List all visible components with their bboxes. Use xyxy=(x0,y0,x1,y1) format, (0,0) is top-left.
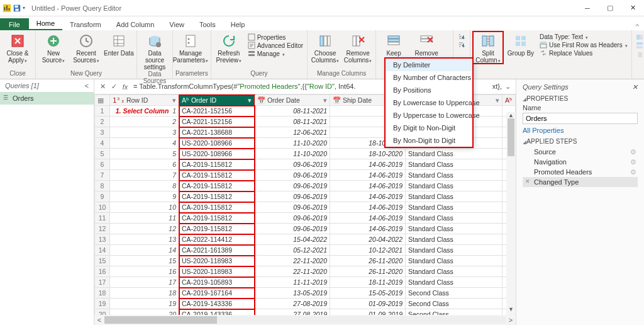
file-menu[interactable]: File xyxy=(0,18,29,30)
header-extra2[interactable]: Aᵇ xyxy=(502,95,515,106)
header-rowid[interactable]: 1²₃ Row ID▾ xyxy=(110,95,179,106)
menu-by-positions[interactable]: By Positions xyxy=(386,84,472,96)
menu-nondigit-digit[interactable]: By Non-Digit to Digit xyxy=(386,134,472,147)
query-orders[interactable]: Orders xyxy=(0,92,94,105)
svg-point-12 xyxy=(156,42,161,47)
menu-by-chars[interactable]: By Number of Characters xyxy=(386,71,472,84)
svg-rect-26 xyxy=(388,39,399,42)
svg-rect-23 xyxy=(353,36,356,46)
sort-asc-button[interactable] xyxy=(456,33,466,41)
fx-accept[interactable]: ✓ xyxy=(108,83,119,91)
append-queries-button[interactable]: Append Queries xyxy=(635,42,644,49)
table-row[interactable]: 16 16 US-2020-118983 22-11-2020 26-11-20… xyxy=(95,266,516,277)
header-orderid[interactable]: Aᵇ Order ID▾ xyxy=(179,95,255,106)
settings-title: Query Settings xyxy=(523,83,569,91)
data-type-button[interactable]: Data Type: Text xyxy=(538,33,629,40)
qat-dropdown[interactable]: ▾ xyxy=(23,5,25,11)
properties-button[interactable]: Properties xyxy=(247,33,304,41)
tab-tools[interactable]: Tools xyxy=(192,18,223,30)
ribbon-collapse[interactable]: ^ xyxy=(631,23,644,30)
table-row[interactable]: 8 8 CA-2019-115812 09-06-2019 14-06-2019… xyxy=(95,181,516,191)
split-column-menu[interactable]: By Delimiter By Number of Characters By … xyxy=(385,58,473,147)
table-row[interactable]: 5 5 US-2020-108966 11-10-2020 18-10-2020… xyxy=(95,149,516,159)
manage-button[interactable]: Manage xyxy=(247,50,304,57)
svg-rect-21 xyxy=(324,36,327,46)
tab-transform[interactable]: Transform xyxy=(62,18,109,30)
query-name-input[interactable] xyxy=(523,113,638,124)
svg-rect-33 xyxy=(521,36,526,40)
scroll-right[interactable]: > xyxy=(506,316,516,324)
table-row[interactable]: 12 12 CA-2019-115812 09-06-2019 14-06-20… xyxy=(95,224,516,234)
table-row[interactable]: 9 9 CA-2019-115812 09-06-2019 14-06-2019… xyxy=(95,191,516,202)
merge-queries-button[interactable]: Merge Queries xyxy=(635,33,644,41)
close-window-button[interactable]: ✕ xyxy=(621,0,644,16)
sort-desc-button[interactable] xyxy=(456,42,466,49)
ribbon: Close & Apply Close New Source Recent So… xyxy=(0,30,644,79)
table-row[interactable]: 14 14 CA-2021-161389 05-12-2021 10-12-20… xyxy=(95,245,516,256)
all-properties-link[interactable]: All Properties xyxy=(523,127,564,134)
save-icon[interactable] xyxy=(13,4,21,13)
scroll-left[interactable]: < xyxy=(94,316,104,324)
replace-values-button[interactable]: Replace Values xyxy=(538,49,629,57)
svg-point-14 xyxy=(188,38,190,40)
tab-home[interactable]: Home xyxy=(29,17,62,30)
svg-rect-18 xyxy=(248,51,255,53)
remove-columns-button[interactable]: Remove Columns xyxy=(343,31,373,64)
table-row[interactable]: 19 19 CA-2019-143336 27-08-2019 01-09-20… xyxy=(95,299,516,309)
tab-view[interactable]: View xyxy=(162,18,192,30)
data-source-settings-button[interactable]: Data source settings xyxy=(140,31,170,71)
scroll-down[interactable]: ▼ xyxy=(506,306,516,315)
horizontal-scrollbar[interactable]: < > xyxy=(94,315,516,325)
new-source-button[interactable]: New Source xyxy=(38,31,69,64)
choose-columns-button[interactable]: Choose Columns xyxy=(310,31,340,64)
table-row[interactable]: 20 20 CA-2019-143336 27-08-2019 01-09-20… xyxy=(95,309,516,316)
menu-digit-nondigit[interactable]: By Digit to Non-Digit xyxy=(386,122,472,134)
step-navigation[interactable]: Navigation⚙ xyxy=(523,157,638,167)
manage-parameters-button[interactable]: Manage Parameters xyxy=(175,31,206,64)
step-promoted-headers[interactable]: Promoted Headers⚙ xyxy=(523,167,638,177)
svg-rect-34 xyxy=(516,42,520,46)
table-row[interactable]: 15 15 US-2020-118983 22-11-2020 26-11-20… xyxy=(95,256,516,266)
header-rownum[interactable]: ▦ xyxy=(95,95,110,106)
svg-rect-27 xyxy=(388,42,399,45)
queries-panel: Queries [1]< Orders xyxy=(0,79,94,325)
svg-rect-1 xyxy=(4,7,6,10)
svg-rect-6 xyxy=(15,8,18,11)
maximize-button[interactable]: ▢ xyxy=(599,0,621,16)
table-row[interactable]: 10 10 CA-2019-115812 09-06-2019 14-06-20… xyxy=(95,202,516,213)
split-column-button[interactable]: Split Column xyxy=(473,31,503,64)
first-row-headers-button[interactable]: Use First Row as Headers xyxy=(538,41,629,48)
fx-cancel[interactable]: ✕ xyxy=(97,83,108,91)
tab-help[interactable]: Help xyxy=(223,18,253,30)
queries-collapse[interactable]: < xyxy=(85,82,89,89)
step-source[interactable]: Source⚙ xyxy=(523,147,638,157)
vertical-scrollbar[interactable]: ▲ ▼ xyxy=(506,112,516,315)
header-orderdate[interactable]: 📅 Order Date▾ xyxy=(255,95,330,106)
table-row[interactable]: 7 7 CA-2019-115812 09-06-2019 14-06-2019… xyxy=(95,170,516,181)
table-row[interactable]: 11 11 CA-2019-115812 09-06-2019 14-06-20… xyxy=(95,213,516,224)
advanced-editor-button[interactable]: Advanced Editor xyxy=(247,42,304,49)
step-changed-type[interactable]: Changed Type xyxy=(523,177,638,187)
menu-low-to-up[interactable]: By Lowercase to Uppercase xyxy=(386,96,472,109)
menu-by-delimiter[interactable]: By Delimiter xyxy=(386,59,472,71)
svg-rect-3 xyxy=(9,8,10,11)
fx-expand[interactable]: ⌄ xyxy=(502,83,513,91)
settings-close[interactable]: ✕ xyxy=(632,83,638,91)
svg-rect-13 xyxy=(186,35,195,47)
combine-files-button[interactable]: Combine Files xyxy=(635,50,644,57)
table-row[interactable]: 6 6 CA-2019-115812 09-06-2019 14-06-2019… xyxy=(95,159,516,170)
minimize-button[interactable]: ─ xyxy=(576,0,599,16)
table-row[interactable]: 13 13 CA-2022-114412 15-04-2022 20-04-20… xyxy=(95,234,516,245)
refresh-preview-button[interactable]: Refresh Preview xyxy=(214,31,244,64)
close-apply-button[interactable]: Close & Apply xyxy=(3,31,33,64)
group-by-button[interactable]: Group By xyxy=(506,31,536,57)
svg-rect-2 xyxy=(6,5,8,10)
recent-sources-button[interactable]: Recent Sources xyxy=(71,31,101,64)
enter-data-button[interactable]: Enter Data xyxy=(104,31,134,57)
table-row[interactable]: 18 18 CA-2019-167164 13-05-2019 15-05-20… xyxy=(95,288,516,299)
svg-rect-22 xyxy=(328,36,330,46)
table-row[interactable]: 17 17 CA-2019-105893 11-11-2019 18-11-20… xyxy=(95,277,516,288)
menu-up-to-low[interactable]: By Uppercase to Lowercase xyxy=(386,109,472,122)
tab-addcolumn[interactable]: Add Column xyxy=(109,18,162,30)
menu-tabs: File Home Transform Add Column View Tool… xyxy=(0,16,644,30)
